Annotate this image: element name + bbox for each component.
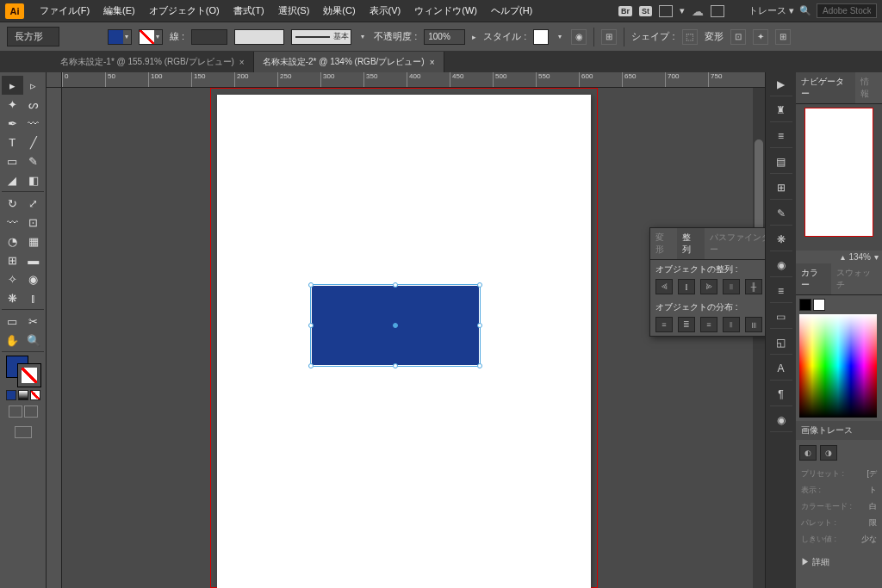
free-transform-tool[interactable]: ⊡ bbox=[23, 213, 45, 232]
draw-behind-icon[interactable] bbox=[24, 405, 38, 418]
tab-color[interactable]: カラー bbox=[796, 263, 831, 294]
doc-tab-1[interactable]: 名称未設定-1* @ 155.91% (RGB/プレビュー)× bbox=[52, 52, 254, 72]
recolor-icon[interactable]: ◉ bbox=[571, 29, 587, 45]
rotate-tool[interactable]: ↻ bbox=[2, 194, 23, 213]
align-right-icon[interactable]: ⫸ bbox=[700, 279, 717, 294]
brush-definition[interactable]: 基本 bbox=[291, 29, 351, 45]
graph-tool[interactable]: ⫿ bbox=[23, 288, 45, 307]
line-tool[interactable]: ╱ bbox=[23, 133, 45, 152]
pen-tool[interactable]: ✒ bbox=[2, 114, 23, 133]
tab-transform[interactable]: 変形 bbox=[650, 228, 677, 259]
arrange-icon[interactable] bbox=[659, 5, 673, 17]
dist-bottom-icon[interactable]: ≡ bbox=[700, 317, 717, 332]
lasso-tool[interactable]: ᔕ bbox=[23, 95, 45, 114]
tab-swatch[interactable]: スウォッチ bbox=[831, 263, 883, 294]
menu-window[interactable]: ウィンドウ(W) bbox=[407, 4, 484, 17]
stroke-weight-input[interactable] bbox=[191, 29, 227, 45]
color-spectrum[interactable] bbox=[799, 314, 877, 418]
paintbrush-tool[interactable]: ✎ bbox=[23, 152, 45, 170]
close-icon[interactable]: × bbox=[430, 58, 435, 67]
scale-tool[interactable]: ⤢ bbox=[23, 194, 45, 213]
stroke-color[interactable]: ▾ bbox=[139, 29, 163, 45]
align-panel[interactable]: 変形 整列 パスファインダー » ≡ オブジェクトの整列 : ⫷ ⫿ ⫸ ⫴ ╫… bbox=[649, 227, 765, 337]
width-tool[interactable]: 〰 bbox=[2, 213, 23, 232]
stroke-profile[interactable] bbox=[234, 29, 284, 45]
align-hcenter-icon[interactable]: ⫿ bbox=[678, 279, 695, 294]
dock-swatches-icon[interactable]: ◉ bbox=[770, 258, 792, 277]
hand-tool[interactable]: ✋ bbox=[2, 331, 23, 350]
dist-hcenter-icon[interactable]: ⫼ bbox=[745, 317, 762, 332]
graphic-style[interactable] bbox=[533, 29, 549, 45]
horizontal-ruler[interactable]: 050 100150 200250 300350 400450 500550 6… bbox=[62, 72, 765, 88]
slice-tool[interactable]: ✂ bbox=[23, 312, 45, 331]
fill-color[interactable]: ▾ bbox=[108, 29, 132, 45]
shape-selector[interactable]: 長方形 bbox=[7, 27, 59, 46]
selection-tool[interactable]: ▸ bbox=[2, 76, 23, 95]
dock-paragraph-icon[interactable]: ¶ bbox=[770, 387, 792, 406]
align-top-icon[interactable]: ⫴ bbox=[723, 279, 740, 294]
shape-expand-icon[interactable]: ⬚ bbox=[682, 29, 698, 45]
gradient-mode-icon[interactable] bbox=[18, 390, 28, 400]
align-left-icon[interactable]: ⫷ bbox=[655, 279, 673, 294]
transform-label[interactable]: 変形 bbox=[705, 30, 724, 43]
mesh-tool[interactable]: ⊞ bbox=[2, 251, 23, 269]
menu-edit[interactable]: 編集(E) bbox=[96, 4, 142, 17]
color-white[interactable] bbox=[813, 299, 825, 311]
vertical-ruler[interactable] bbox=[47, 88, 62, 588]
menu-type[interactable]: 書式(T) bbox=[227, 4, 271, 17]
menu-effect[interactable]: 効果(C) bbox=[316, 4, 362, 17]
dist-left-icon[interactable]: ⦀ bbox=[723, 317, 740, 332]
zoom-out-icon[interactable]: ▴ bbox=[841, 252, 845, 262]
zoom-tool[interactable]: 🔍 bbox=[23, 331, 45, 350]
stroke-swatch[interactable] bbox=[18, 364, 40, 387]
menu-help[interactable]: ヘルプ(H) bbox=[484, 4, 539, 17]
trace-panel-title[interactable]: 画像トレース bbox=[796, 421, 882, 440]
dock-layers-icon[interactable]: ▤ bbox=[770, 155, 792, 174]
align-vcenter-icon[interactable]: ╫ bbox=[745, 279, 762, 294]
bridge-icon[interactable]: Br bbox=[618, 6, 632, 16]
tab-info[interactable]: 情報 bbox=[855, 72, 882, 103]
eraser-tool[interactable]: ◧ bbox=[23, 170, 45, 189]
workspace-icon[interactable] bbox=[711, 5, 724, 17]
dist-vcenter-icon[interactable]: ≣ bbox=[678, 317, 695, 332]
dock-stroke-icon[interactable]: ≡ bbox=[770, 284, 792, 303]
screen-mode-icon[interactable] bbox=[15, 426, 32, 438]
fill-stroke-indicator[interactable] bbox=[6, 356, 40, 387]
ruler-origin[interactable] bbox=[47, 72, 62, 88]
opacity-input[interactable] bbox=[424, 29, 465, 45]
eyedropper-tool[interactable]: ✧ bbox=[2, 269, 23, 288]
menu-select[interactable]: 選択(S) bbox=[271, 4, 317, 17]
color-mode-icon[interactable] bbox=[6, 390, 16, 400]
dock-brushes-icon[interactable]: ✎ bbox=[770, 207, 792, 226]
dock-grid-icon[interactable]: ⊞ bbox=[770, 181, 792, 200]
stock-icon[interactable]: St bbox=[639, 6, 652, 16]
perspective-tool[interactable]: ▦ bbox=[23, 232, 45, 251]
dock-symbols-icon[interactable]: ❋ bbox=[770, 232, 792, 251]
draw-normal-icon[interactable] bbox=[9, 405, 22, 418]
dock-type-icon[interactable]: A bbox=[770, 362, 792, 381]
artboard[interactable] bbox=[217, 95, 591, 588]
search-input[interactable] bbox=[817, 3, 877, 18]
direct-selection-tool[interactable]: ▹ bbox=[23, 76, 45, 95]
symbol-sprayer-tool[interactable]: ❋ bbox=[2, 288, 23, 307]
doc-tab-2[interactable]: 名称未設定-2* @ 134% (RGB/プレビュー)× bbox=[254, 52, 444, 72]
color-black[interactable] bbox=[799, 299, 811, 311]
rectangle-tool[interactable]: ▭ bbox=[2, 152, 23, 170]
gradient-tool[interactable]: ▬ bbox=[23, 251, 45, 269]
workspace-arrow-icon[interactable]: ▾ bbox=[680, 5, 685, 16]
magic-wand-tool[interactable]: ✦ bbox=[2, 95, 23, 114]
type-tool[interactable]: T bbox=[2, 133, 23, 152]
tab-align[interactable]: 整列 bbox=[677, 228, 704, 259]
dist-top-icon[interactable]: ≡ bbox=[655, 317, 673, 332]
trace-dropdown[interactable]: トレース ▾ bbox=[748, 4, 794, 17]
tab-navigator[interactable]: ナビゲーター bbox=[796, 72, 855, 103]
vertical-scrollbar[interactable] bbox=[753, 88, 765, 588]
menu-object[interactable]: オブジェクト(O) bbox=[142, 4, 227, 17]
rectangle-object[interactable] bbox=[312, 286, 479, 365]
trace-detail-toggle[interactable]: ▶ 詳細 bbox=[796, 553, 882, 572]
align-icon[interactable]: ⊞ bbox=[601, 29, 617, 45]
shaper-tool[interactable]: ◢ bbox=[2, 170, 23, 189]
trace-preset-1-icon[interactable]: ◐ bbox=[799, 445, 817, 461]
dock-libraries-icon[interactable]: ♜ bbox=[770, 103, 792, 122]
trace-preset-2-icon[interactable]: ◑ bbox=[820, 445, 837, 461]
